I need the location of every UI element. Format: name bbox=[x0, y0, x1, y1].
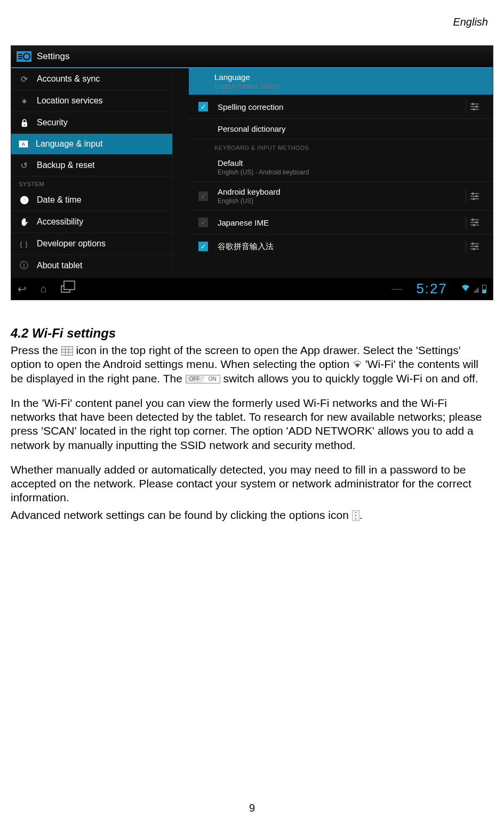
svg-rect-22 bbox=[476, 245, 477, 247]
paragraph-1: Press the icon in the top right of the s… bbox=[11, 343, 493, 386]
battery-icon bbox=[482, 285, 486, 293]
sidebar-item-accessibility[interactable]: Accessibility bbox=[11, 211, 172, 233]
sidebar-item-label: Language & input bbox=[36, 139, 102, 149]
sidebar-item-developer[interactable]: Developer options bbox=[11, 233, 172, 255]
sidebar-item-label: Location services bbox=[37, 96, 103, 106]
sidebar-item-label: Security bbox=[37, 118, 68, 127]
spelling-correction-setting[interactable]: ✓ Spelling correction bbox=[189, 95, 493, 119]
settings-app-icon bbox=[17, 51, 31, 62]
backup-icon bbox=[19, 160, 29, 171]
language-setting[interactable]: Language English (United States) bbox=[189, 68, 493, 95]
checkbox-dim-icon[interactable]: ✓ bbox=[198, 191, 208, 201]
sidebar-item-about-tablet[interactable]: About tablet bbox=[11, 255, 172, 276]
keyboard-section-header: KEYBOARD & INPUT METHODS bbox=[173, 139, 493, 153]
signal-icon: ◢ bbox=[473, 285, 479, 293]
android-settings-screenshot: Settings Accounts & sync Location servic… bbox=[11, 45, 493, 300]
minimize-icon: — bbox=[391, 283, 402, 295]
recent-apps-icon[interactable] bbox=[61, 285, 70, 293]
title-bar: Settings bbox=[11, 46, 493, 68]
document-body: 4.2 Wi-Fi settings Press the icon in the… bbox=[11, 325, 493, 533]
svg-rect-10 bbox=[476, 195, 477, 197]
off-on-switch-icon: OFFON bbox=[186, 375, 220, 384]
android-kb-title: Android keyboard bbox=[218, 187, 460, 196]
sidebar-item-location[interactable]: Location services bbox=[11, 90, 172, 112]
svg-rect-5 bbox=[473, 108, 475, 110]
sidebar-item-label: Date & time bbox=[37, 195, 82, 205]
checkbox-dim-icon[interactable]: ✓ bbox=[198, 218, 208, 227]
clock-time: 5:27 bbox=[416, 281, 447, 297]
sidebar-item-label: Backup & reset bbox=[37, 161, 95, 170]
sidebar-item-language-input[interactable]: Language & input bbox=[11, 134, 172, 155]
svg-rect-16 bbox=[476, 221, 477, 223]
settings-sliders-icon[interactable] bbox=[466, 100, 483, 113]
spelling-title: Spelling correction bbox=[218, 102, 460, 111]
sidebar-item-label: About tablet bbox=[37, 261, 82, 270]
svg-rect-4 bbox=[476, 106, 477, 108]
clock-icon bbox=[19, 195, 29, 205]
home-icon[interactable] bbox=[41, 283, 47, 295]
location-icon bbox=[19, 95, 29, 106]
sync-icon bbox=[19, 74, 29, 84]
settings-sliders-icon[interactable] bbox=[466, 190, 483, 203]
options-menu-icon bbox=[352, 510, 359, 521]
section-title: 4.2 Wi-Fi settings bbox=[11, 325, 493, 341]
sidebar-item-label: Accessibility bbox=[37, 217, 83, 227]
back-icon[interactable] bbox=[18, 283, 27, 295]
navigation-bar: — 5:27 ◢ bbox=[11, 277, 493, 300]
app-drawer-icon bbox=[61, 346, 73, 356]
sidebar-item-label: Accounts & sync bbox=[37, 74, 100, 84]
svg-rect-23 bbox=[473, 248, 475, 250]
sidebar-item-date-time[interactable]: Date & time bbox=[11, 189, 172, 211]
hand-icon bbox=[19, 217, 29, 227]
page-number: 9 bbox=[249, 802, 255, 814]
language-value: English (United States) bbox=[214, 83, 483, 90]
braces-icon bbox=[19, 238, 29, 249]
japanese-ime-setting[interactable]: ✓ Japanese IME bbox=[189, 211, 493, 235]
svg-rect-9 bbox=[472, 193, 474, 195]
settings-content-pane: Language English (United States) ✓ Spell… bbox=[173, 68, 493, 277]
svg-rect-11 bbox=[473, 198, 475, 200]
language-title: Language bbox=[214, 73, 483, 82]
default-kb-value: English (US) - Android keyboard bbox=[218, 169, 483, 176]
title-bar-text: Settings bbox=[37, 51, 69, 62]
default-keyboard-setting[interactable]: Default English (US) - Android keyboard bbox=[189, 153, 493, 182]
wifi-icon bbox=[353, 359, 362, 371]
wifi-status-icon bbox=[461, 284, 470, 294]
svg-rect-21 bbox=[472, 243, 474, 245]
settings-sliders-icon[interactable] bbox=[466, 240, 483, 253]
paragraph-3: Whether manually added or automatically … bbox=[11, 463, 493, 505]
android-kb-value: English (US) bbox=[218, 197, 460, 205]
sidebar-item-backup-reset[interactable]: Backup & reset bbox=[11, 155, 172, 177]
personal-dictionary-setting[interactable]: Personal dictionary bbox=[189, 119, 493, 139]
sidebar-item-label: Developer options bbox=[37, 239, 106, 249]
sidebar-item-accounts-sync[interactable]: Accounts & sync bbox=[11, 68, 172, 90]
dictionary-title: Personal dictionary bbox=[218, 124, 483, 133]
info-icon bbox=[19, 260, 29, 271]
settings-sliders-icon[interactable] bbox=[466, 216, 483, 229]
settings-sidebar: Accounts & sync Location services Securi… bbox=[11, 68, 173, 277]
sidebar-section-system: SYSTEM bbox=[11, 177, 172, 189]
checkbox-checked-icon[interactable]: ✓ bbox=[198, 242, 208, 251]
japanese-title: Japanese IME bbox=[218, 218, 460, 227]
svg-rect-17 bbox=[473, 224, 475, 226]
sidebar-item-security[interactable]: Security bbox=[11, 112, 172, 134]
svg-rect-15 bbox=[472, 219, 474, 221]
google-pinyin-setting[interactable]: ✓ 谷歌拼音输入法 bbox=[189, 235, 493, 258]
checkbox-checked-icon[interactable]: ✓ bbox=[198, 102, 208, 111]
paragraph-4: Advanced network settings can be found b… bbox=[11, 508, 493, 522]
lock-icon bbox=[19, 117, 29, 128]
android-keyboard-setting[interactable]: ✓ Android keyboard English (US) bbox=[189, 182, 493, 211]
paragraph-2: In the 'Wi-Fi' content panel you can vie… bbox=[11, 396, 493, 452]
svg-rect-3 bbox=[472, 103, 474, 105]
pinyin-title: 谷歌拼音输入法 bbox=[218, 242, 460, 252]
page-header-language: English bbox=[453, 16, 488, 28]
language-icon bbox=[19, 140, 28, 148]
default-kb-title: Default bbox=[218, 158, 483, 167]
status-icons: ◢ bbox=[461, 284, 486, 294]
